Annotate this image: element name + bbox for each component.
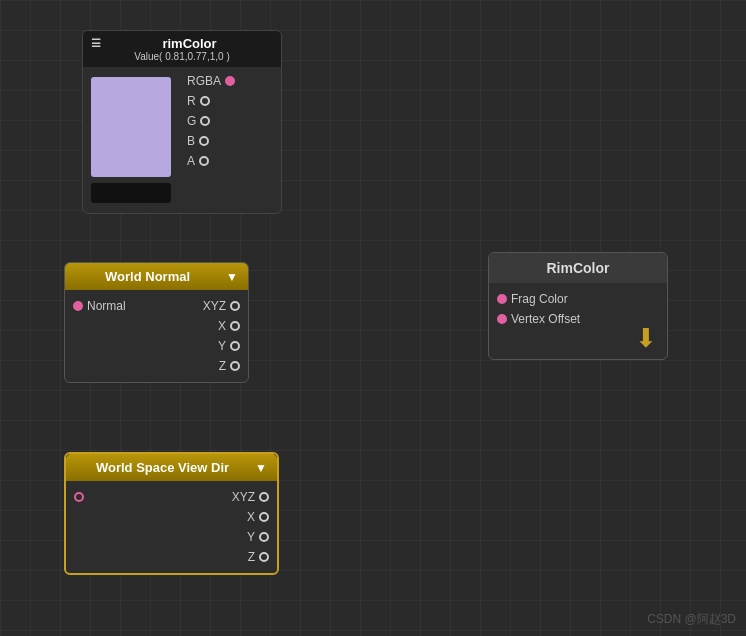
wn-normal-input-socket[interactable] — [73, 301, 83, 311]
wn-y-row: Y — [65, 336, 248, 356]
rimcolor-preview-area — [83, 71, 179, 209]
wsvd-z-label: Z — [248, 550, 255, 564]
rimcolor-body: RGBA R G B — [83, 67, 281, 213]
rgba-label: RGBA — [187, 74, 221, 88]
rimcolor-subtitle: Value( 0.81,0.77,1,0 ) — [91, 51, 273, 62]
wsvd-title: World Space View Dir — [76, 460, 249, 475]
a-socket[interactable] — [199, 156, 209, 166]
rimcolor-color-swatch — [91, 77, 171, 177]
world-normal-body: Normal XYZ X Y Z — [65, 290, 248, 382]
b-socket[interactable] — [199, 136, 209, 146]
world-normal-node: World Normal ▼ Normal XYZ X Y — [64, 262, 249, 383]
wn-y-socket[interactable] — [230, 341, 240, 351]
a-label: A — [187, 154, 195, 168]
wn-x-socket[interactable] — [230, 321, 240, 331]
rimcolor-node: ☰ rimColor Value( 0.81,0.77,1,0 ) RGBA R — [82, 30, 282, 214]
wsvd-xyz-socket[interactable] — [259, 492, 269, 502]
world-normal-header: World Normal ▼ — [65, 263, 248, 290]
wsvd-x-row: X — [66, 507, 277, 527]
rc-vertex-offset-socket[interactable] — [497, 314, 507, 324]
rimcolor-output-node: RimColor Frag Color Vertex Offset ⬇ — [488, 252, 668, 360]
rc-title: RimColor — [547, 260, 610, 276]
rimcolor-b-row: B — [179, 131, 281, 151]
rgba-socket[interactable] — [225, 76, 235, 86]
wsvd-body: XYZ X Y Z — [66, 481, 277, 573]
wn-x-row: X — [65, 316, 248, 336]
menu-icon[interactable]: ☰ — [91, 37, 101, 50]
wsvd-header: World Space View Dir ▼ — [66, 454, 277, 481]
wn-normal-row: Normal XYZ — [65, 296, 248, 316]
download-icon[interactable]: ⬇ — [635, 325, 657, 351]
wsvd-dropdown-icon[interactable]: ▼ — [255, 461, 267, 475]
rc-body: Frag Color Vertex Offset ⬇ — [489, 283, 667, 359]
wn-z-label: Z — [219, 359, 226, 373]
r-label: R — [187, 94, 196, 108]
wn-y-label: Y — [218, 339, 226, 353]
rimcolor-g-row: G — [179, 111, 281, 131]
wsvd-y-label: Y — [247, 530, 255, 544]
rimcolor-outputs: RGBA R G B — [179, 71, 281, 209]
rimcolor-title: rimColor — [106, 36, 273, 51]
wn-normal-label: Normal — [87, 299, 126, 313]
wsvd-z-socket[interactable] — [259, 552, 269, 562]
world-space-view-dir-node: World Space View Dir ▼ XYZ X Y — [64, 452, 279, 575]
rc-frag-color-socket[interactable] — [497, 294, 507, 304]
rc-frag-color-row: Frag Color — [489, 289, 667, 309]
g-label: G — [187, 114, 196, 128]
wsvd-input-socket[interactable] — [74, 492, 84, 502]
wn-xyz-socket[interactable] — [230, 301, 240, 311]
g-socket[interactable] — [200, 116, 210, 126]
rimcolor-a-row: A — [179, 151, 281, 171]
rimcolor-header: ☰ rimColor Value( 0.81,0.77,1,0 ) — [83, 31, 281, 67]
wsvd-xyz-label: XYZ — [232, 490, 255, 504]
b-label: B — [187, 134, 195, 148]
wn-xyz-label: XYZ — [203, 299, 226, 313]
wsvd-y-socket[interactable] — [259, 532, 269, 542]
wsvd-x-socket[interactable] — [259, 512, 269, 522]
rc-vertex-offset-label: Vertex Offset — [511, 312, 580, 326]
wsvd-xyz-row: XYZ — [66, 487, 277, 507]
watermark: CSDN @阿赵3D — [647, 611, 736, 628]
wsvd-y-row: Y — [66, 527, 277, 547]
wn-z-row: Z — [65, 356, 248, 376]
dropdown-icon[interactable]: ▼ — [226, 270, 238, 284]
wsvd-x-label: X — [247, 510, 255, 524]
rimcolor-black-swatch — [91, 183, 171, 203]
rc-frag-color-label: Frag Color — [511, 292, 568, 306]
wn-x-label: X — [218, 319, 226, 333]
wn-z-socket[interactable] — [230, 361, 240, 371]
rimcolor-rgba-row: RGBA — [179, 71, 281, 91]
rimcolor-r-row: R — [179, 91, 281, 111]
wsvd-z-row: Z — [66, 547, 277, 567]
r-socket[interactable] — [200, 96, 210, 106]
world-normal-title: World Normal — [75, 269, 220, 284]
rc-header: RimColor — [489, 253, 667, 283]
